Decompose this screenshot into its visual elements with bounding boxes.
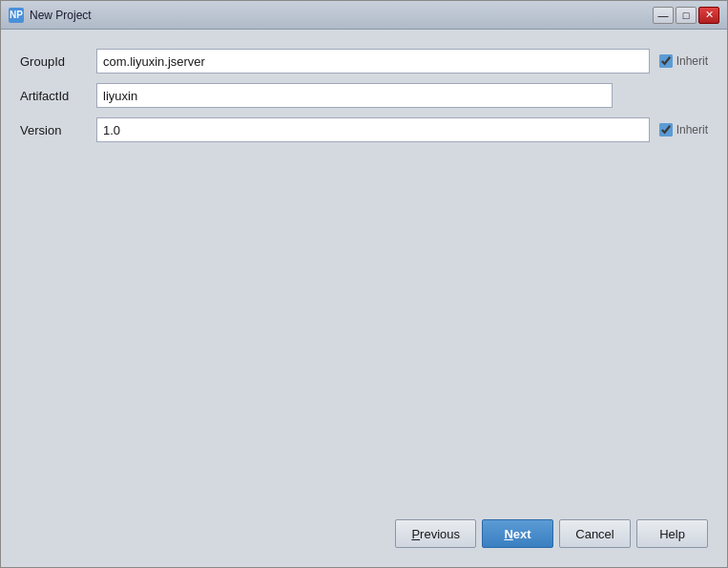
window-title: New Project [30,9,92,22]
groupid-input[interactable] [96,49,650,74]
form-section: GroupId Inherit ArtifactId Version [20,49,708,142]
next-button-label: Next [504,527,530,541]
version-inherit-checkbox[interactable] [659,123,673,137]
minimize-button[interactable]: — [653,7,674,24]
button-bar: PPreviousrevious Next Cancel Help [20,510,708,557]
help-button[interactable]: Help [636,519,708,548]
cancel-button-label: Cancel [575,527,614,541]
version-row: Version Inherit [20,117,708,142]
main-window: NP New Project — □ ✕ GroupId Inherit Art… [0,0,728,568]
groupid-row: GroupId Inherit [20,49,708,74]
version-input[interactable] [96,117,650,142]
version-inherit-container: Inherit [659,123,708,137]
groupid-inherit-label: Inherit [676,54,708,68]
window-icon: NP [9,8,24,23]
artifactid-row: ArtifactId [20,83,708,108]
artifactid-label: ArtifactId [20,89,87,103]
title-bar-left: NP New Project [9,8,92,23]
window-content: GroupId Inherit ArtifactId Version [1,30,727,567]
help-button-label: Help [659,527,685,541]
title-bar: NP New Project — □ ✕ [1,1,727,30]
close-button[interactable]: ✕ [698,7,719,24]
version-inherit-label: Inherit [676,123,708,137]
cancel-button[interactable]: Cancel [559,519,631,548]
next-button[interactable]: Next [482,519,553,548]
artifactid-input[interactable] [96,83,613,108]
groupid-inherit-container: Inherit [659,54,708,68]
previous-button-label: PPreviousrevious [411,527,460,541]
groupid-label: GroupId [20,54,87,69]
version-label: Version [20,123,87,137]
content-spacer [20,142,708,510]
title-bar-controls: — □ ✕ [653,7,719,24]
window-icon-label: NP [10,10,23,20]
maximize-button[interactable]: □ [676,7,697,24]
groupid-inherit-checkbox[interactable] [659,54,673,68]
previous-button[interactable]: PPreviousrevious [395,519,476,548]
